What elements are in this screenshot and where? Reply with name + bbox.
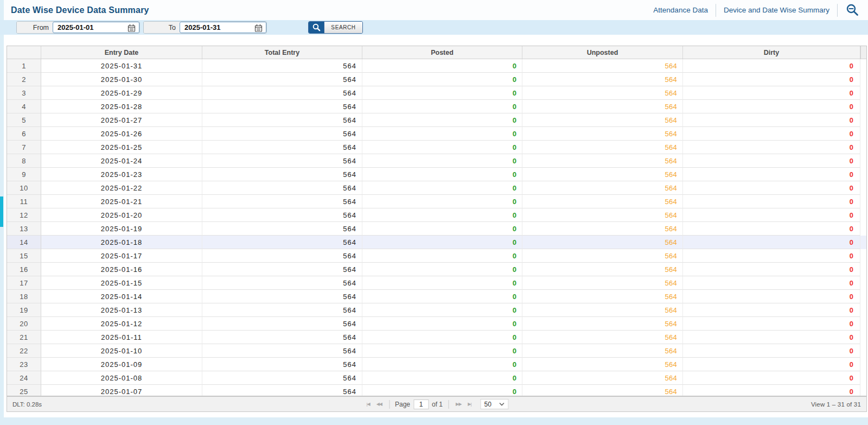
last-page-button[interactable]: ▶| — [466, 401, 473, 408]
page-size-select[interactable]: 50 — [481, 399, 509, 409]
cell-total-entry: 564 — [202, 263, 362, 276]
cell-unposted: 564 — [522, 195, 683, 208]
calendar-icon[interactable] — [127, 24, 136, 34]
to-date-input[interactable] — [180, 23, 240, 31]
to-label: To — [144, 22, 180, 33]
table-row[interactable]: 162025-01-1656405640 — [7, 263, 866, 276]
header-dirty[interactable]: Dirty — [683, 46, 860, 59]
cell-rownum: 22 — [7, 344, 41, 358]
table-row[interactable]: 22025-01-3056405640 — [7, 73, 866, 86]
table-row[interactable]: 212025-01-1156405640 — [7, 331, 866, 344]
header-unposted[interactable]: Unposted — [522, 46, 683, 59]
header-posted[interactable]: Posted — [362, 46, 522, 59]
table-row[interactable]: 82025-01-2456405640 — [7, 154, 866, 168]
table-row[interactable]: 112025-01-2156405640 — [7, 195, 866, 208]
table-row[interactable]: 52025-01-2756405640 — [7, 113, 866, 127]
table-row[interactable]: 62025-01-2656405640 — [7, 127, 866, 141]
cell-entry-date: 2025-01-26 — [41, 127, 202, 141]
cell-unposted: 564 — [522, 100, 683, 113]
cell-scrollbar-stub — [860, 331, 866, 344]
cell-posted: 0 — [362, 276, 522, 290]
cell-unposted: 564 — [522, 86, 683, 100]
link-attendance-data[interactable]: Attendance Data — [646, 6, 716, 14]
cell-dirty: 0 — [683, 86, 860, 100]
table-row[interactable]: 132025-01-1956405640 — [7, 222, 866, 236]
page-number-input[interactable] — [413, 399, 429, 409]
top-bar: Date Wise Device Data Summary Attendance… — [4, 0, 868, 20]
cell-rownum: 11 — [7, 195, 41, 208]
cell-unposted: 564 — [522, 276, 683, 290]
header-rownum[interactable] — [7, 46, 41, 59]
cell-rownum: 1 — [7, 59, 41, 73]
first-page-button[interactable]: |◀ — [365, 401, 371, 408]
cell-dirty: 0 — [683, 385, 860, 396]
table-row[interactable]: 152025-01-1756405640 — [7, 249, 866, 263]
table-row[interactable]: 12025-01-3156405640 — [7, 59, 866, 73]
cell-scrollbar-stub — [860, 249, 866, 263]
header-total-entry[interactable]: Total Entry — [202, 46, 362, 59]
table-row[interactable]: 122025-01-2056405640 — [7, 208, 866, 222]
table-row[interactable]: 202025-01-1256405640 — [7, 317, 866, 331]
table-row[interactable]: 252025-01-0756405640 — [7, 385, 866, 396]
cell-total-entry: 564 — [202, 371, 362, 385]
cell-scrollbar-stub — [860, 344, 866, 358]
cell-rownum: 8 — [7, 154, 41, 168]
table-row[interactable]: 32025-01-2956405640 — [7, 86, 866, 100]
cell-total-entry: 564 — [202, 73, 362, 86]
from-date-group: From — [16, 21, 140, 34]
cell-scrollbar-stub — [860, 141, 866, 154]
side-panel-handle[interactable] — [0, 196, 3, 227]
table-row[interactable]: 142025-01-1856405640 — [7, 236, 866, 249]
cell-rownum: 3 — [7, 86, 41, 100]
from-date-input[interactable] — [53, 23, 113, 31]
table-row[interactable]: 232025-01-0956405640 — [7, 358, 866, 371]
link-device-date-summary[interactable]: Device and Date Wise Summary — [716, 6, 837, 14]
cell-total-entry: 564 — [202, 303, 362, 317]
cell-scrollbar-stub — [860, 86, 866, 100]
from-label: From — [17, 22, 53, 33]
cell-total-entry: 564 — [202, 236, 362, 249]
view-range-label: View 1 – 31 of 31 — [811, 401, 861, 408]
next-page-button[interactable]: ▶▶ — [454, 401, 463, 408]
zoom-out-icon[interactable] — [845, 3, 859, 17]
cell-posted: 0 — [362, 86, 522, 100]
cell-dirty: 0 — [683, 154, 860, 168]
cell-rownum: 2 — [7, 73, 41, 86]
cell-unposted: 564 — [522, 290, 683, 303]
table-row[interactable]: 242025-01-0856405640 — [7, 371, 866, 385]
cell-posted: 0 — [362, 222, 522, 236]
cell-dirty: 0 — [683, 358, 860, 371]
table-row[interactable]: 192025-01-1356405640 — [7, 303, 866, 317]
cell-unposted: 564 — [522, 154, 683, 168]
cell-dirty: 0 — [683, 73, 860, 86]
table-row[interactable]: 222025-01-1056405640 — [7, 344, 866, 358]
cell-unposted: 564 — [522, 113, 683, 127]
cell-posted: 0 — [362, 141, 522, 154]
cell-scrollbar-stub — [860, 208, 866, 222]
cell-entry-date: 2025-01-09 — [41, 358, 202, 371]
table-row[interactable]: 72025-01-2556405640 — [7, 141, 866, 154]
cell-posted: 0 — [362, 195, 522, 208]
cell-posted: 0 — [362, 236, 522, 249]
table-row[interactable]: 42025-01-2856405640 — [7, 100, 866, 113]
search-button[interactable]: SEARCH — [308, 21, 363, 34]
header-scrollbar-stub — [860, 46, 866, 59]
table-row[interactable]: 92025-01-2356405640 — [7, 168, 866, 181]
header-entry-date[interactable]: Entry Date — [41, 46, 202, 59]
cell-unposted: 564 — [522, 249, 683, 263]
cell-posted: 0 — [362, 344, 522, 358]
calendar-icon[interactable] — [254, 24, 263, 34]
cell-entry-date: 2025-01-31 — [41, 59, 202, 73]
cell-entry-date: 2025-01-30 — [41, 73, 202, 86]
cell-unposted: 564 — [522, 208, 683, 222]
chevron-down-icon — [499, 402, 505, 406]
cell-rownum: 5 — [7, 113, 41, 127]
cell-total-entry: 564 — [202, 290, 362, 303]
prev-page-button[interactable]: ◀◀ — [375, 401, 384, 408]
cell-rownum: 12 — [7, 208, 41, 222]
cell-total-entry: 564 — [202, 127, 362, 141]
cell-rownum: 6 — [7, 127, 41, 141]
table-row[interactable]: 172025-01-1556405640 — [7, 276, 866, 290]
table-row[interactable]: 102025-01-2256405640 — [7, 181, 866, 195]
table-row[interactable]: 182025-01-1456405640 — [7, 290, 866, 303]
